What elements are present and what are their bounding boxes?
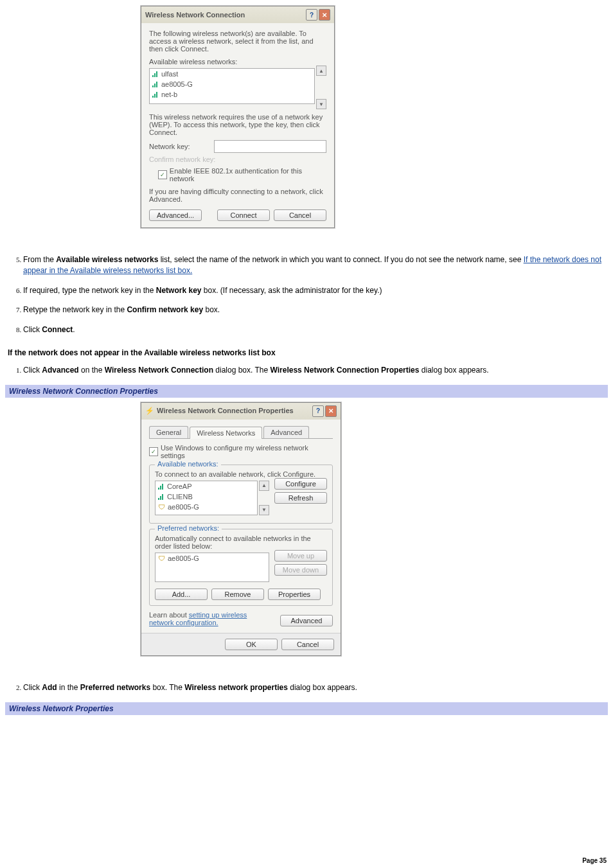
step-c2: Click Add in the Preferred networks box.… [23, 682, 608, 693]
available-networks-list[interactable]: ulfast ae8005-G net-b [149, 68, 315, 104]
ieee-checkbox-row[interactable]: ✓ Enable IEEE 802.1x authentication for … [158, 167, 326, 182]
step-7: Retype the network key in the Confirm ne… [23, 305, 608, 315]
connect-button[interactable]: Connect [217, 209, 270, 221]
instruction-list-c: Click Add in the Preferred networks box.… [23, 682, 608, 693]
wep-requirement-text: This wireless network requires the use o… [149, 113, 326, 136]
svg-rect-11 [162, 484, 163, 490]
difficulty-text: If you are having difficulty connecting … [149, 188, 326, 203]
svg-rect-13 [160, 496, 161, 500]
svg-rect-2 [156, 71, 157, 77]
preferred-group-label: Preferred networks: [155, 524, 222, 532]
network-item[interactable]: net-b [150, 89, 314, 100]
svg-rect-10 [160, 486, 161, 490]
network-key-label: Network key: [149, 143, 214, 150]
signal-icon [152, 81, 159, 87]
network-key-row: Network key: [149, 140, 326, 153]
add-button[interactable]: Add... [155, 589, 208, 600]
help-icon[interactable]: ? [306, 9, 317, 21]
network-item[interactable]: 🛡ae8005-G [155, 553, 269, 563]
confirm-key-row: Confirm network key: [149, 155, 326, 163]
properties-button[interactable]: Properties [268, 589, 321, 600]
signal-icon [152, 91, 159, 98]
advanced-button[interactable]: Advanced... [149, 209, 202, 221]
confirm-key-label: Confirm network key: [149, 155, 220, 163]
svg-rect-3 [152, 85, 154, 87]
preferred-networks-inner-list[interactable]: 🛡ae8005-G [155, 553, 269, 582]
ok-button[interactable]: OK [225, 639, 278, 650]
close-icon[interactable]: ✕ [319, 9, 330, 21]
scroll-down-icon[interactable]: ▼ [259, 505, 269, 515]
network-item[interactable]: ae8005-G [150, 79, 314, 89]
network-item[interactable]: 🛡ae8005-G [155, 502, 257, 512]
help-icon[interactable]: ? [312, 405, 324, 417]
available-group-label: Available networks: [155, 460, 221, 468]
available-networks-inner-list[interactable]: CoreAP CLIENB 🛡ae8005-G [155, 481, 258, 515]
network-item[interactable]: CLIENB [155, 492, 257, 502]
svg-rect-12 [158, 498, 159, 500]
cancel-button[interactable]: Cancel [274, 209, 326, 221]
tab-wireless-networks[interactable]: Wireless Networks [190, 427, 262, 439]
instruction-list-a: From the Available wireless networks lis… [23, 254, 608, 335]
tab-advanced[interactable]: Advanced [263, 426, 309, 438]
preferred-group-text: Automatically connect to available netwo… [155, 535, 327, 550]
caption-bar-wireless-properties: Wireless Network Properties [5, 702, 608, 715]
secure-icon: 🛡 [158, 554, 165, 562]
dialog2-title: Wireless Network Connection Properties [157, 407, 294, 414]
preferred-networks-group: Preferred networks: Automatically connec… [149, 529, 333, 606]
checkbox-icon[interactable]: ✓ [158, 170, 167, 179]
connection-properties-dialog-screenshot: ⚡Wireless Network Connection Properties … [140, 402, 342, 657]
remove-button[interactable]: Remove [211, 589, 264, 600]
move-up-button[interactable]: Move up [274, 550, 327, 562]
dialog-titlebar: Wireless Network Connection ? ✕ [141, 6, 334, 23]
dialog2-titlebar: ⚡Wireless Network Connection Properties … [141, 403, 341, 420]
tab-strip: General Wireless Networks Advanced [149, 426, 333, 439]
scroll-down-icon[interactable]: ▼ [316, 99, 326, 109]
svg-rect-6 [152, 96, 154, 98]
move-down-button[interactable]: Move down [274, 564, 327, 576]
checkbox-icon[interactable]: ✓ [149, 447, 158, 456]
advanced-button[interactable]: Advanced [280, 615, 333, 626]
dialog-title: Wireless Network Connection [145, 11, 245, 19]
cancel-button[interactable]: Cancel [281, 639, 334, 650]
signal-icon [152, 71, 159, 77]
network-item[interactable]: CoreAP [155, 481, 257, 492]
tab-general[interactable]: General [149, 426, 188, 438]
wireless-connection-dialog-screenshot: Wireless Network Connection ? ✕ The foll… [140, 5, 335, 229]
step-6: If required, type the network key in the… [23, 285, 608, 296]
step-b1: Click Advanced on the Wireless Network C… [23, 365, 608, 376]
use-windows-label: Use Windows to configure my wireless net… [161, 444, 333, 459]
step-5: From the Available wireless networks lis… [23, 254, 608, 276]
refresh-button[interactable]: Refresh [274, 492, 327, 504]
network-key-input[interactable] [214, 140, 326, 153]
learn-about-text: Learn about setting up wireless network … [149, 611, 258, 626]
svg-rect-9 [158, 488, 159, 490]
scroll-up-icon[interactable]: ▲ [316, 66, 326, 76]
secure-icon: 🛡 [158, 503, 165, 511]
caption-bar-properties: Wireless Network Connection Properties [5, 385, 608, 398]
svg-rect-14 [162, 494, 163, 500]
signal-icon [158, 483, 164, 490]
scroll-up-icon[interactable]: ▲ [259, 481, 269, 491]
use-windows-checkbox-row[interactable]: ✓ Use Windows to configure my wireless n… [149, 444, 333, 459]
step-8: Click Connect. [23, 324, 608, 335]
svg-rect-8 [156, 92, 157, 98]
available-networks-group: Available networks: To connect to an ava… [149, 465, 333, 524]
network-item[interactable]: ulfast [150, 69, 314, 79]
svg-rect-5 [156, 82, 157, 87]
available-group-text: To connect to an available network, clic… [155, 470, 327, 478]
configure-button[interactable]: Configure [274, 478, 327, 490]
svg-rect-7 [154, 94, 155, 98]
svg-rect-4 [154, 84, 155, 87]
close-icon[interactable]: ✕ [325, 405, 337, 417]
signal-icon [158, 493, 164, 500]
svg-rect-0 [152, 75, 154, 77]
network-icon: ⚡ [145, 407, 154, 414]
dialog-intro-text: The following wireless network(s) are av… [149, 30, 326, 53]
instruction-list-b: Click Advanced on the Wireless Network C… [23, 365, 608, 376]
svg-rect-1 [154, 73, 155, 77]
section-heading-not-appear: If the network does not appear in the Av… [8, 348, 608, 357]
ieee-checkbox-label: Enable IEEE 802.1x authentication for th… [170, 167, 326, 182]
available-networks-label: Available wireless networks: [149, 58, 326, 66]
